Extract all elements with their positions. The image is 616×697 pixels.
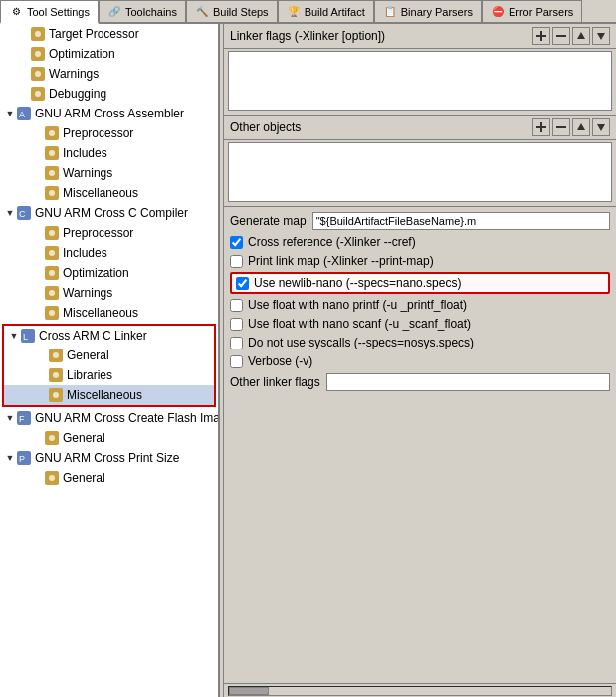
flash-icon: F [16,410,32,426]
tree-item-libraries-linker[interactable]: Libraries [4,365,214,385]
newlib-nano-label[interactable]: Use newlib-nano (--specs=nano.specs) [254,276,461,290]
print-map-checkbox[interactable] [230,255,243,268]
tree-item-target-processor[interactable]: Target Processor [0,24,218,44]
tab-tool-settings[interactable]: ⚙ Tool Settings [0,0,99,24]
tree-expand-arrow[interactable] [8,330,20,342]
other-objects-header: Other objects [224,116,616,140]
other-objects-down-btn[interactable] [592,118,610,136]
linker-flags-add-btn[interactable] [532,27,550,45]
hscroll-track[interactable] [228,686,612,696]
cross-ref-label[interactable]: Cross reference (-Xlinker --cref) [248,235,416,249]
tree-leaf-arrow [32,247,44,259]
tree-item-warnings-c[interactable]: Warnings [0,283,218,303]
tree-item-gnu-arm-print-size[interactable]: P GNU ARM Cross Print Size [0,448,218,468]
svg-text:P: P [19,454,25,464]
tab-toolchains[interactable]: 🔗 Toolchains [99,0,186,22]
linker-flags-section: Linker flags (-Xlinker [option]) [224,24,616,116]
other-objects-content[interactable] [228,142,612,202]
tree-item-includes-asm[interactable]: Includes [0,143,218,163]
tree-item-cross-arm-c-linker[interactable]: L Cross ARM C Linker [4,326,214,346]
other-objects-up-btn[interactable] [572,118,590,136]
svg-point-3 [35,51,41,57]
horizontal-scrollbar[interactable] [224,683,616,697]
tree-leaf-arrow [32,147,44,159]
other-linker-flags-label: Other linker flags [230,375,320,389]
tree-expand-arrow[interactable] [4,108,16,119]
tree-item-miscellaneous-linker[interactable]: Miscellaneous [4,385,214,405]
generate-map-input[interactable] [312,212,610,230]
tree-item-optimization-c[interactable]: Optimization [0,263,218,283]
svg-point-13 [49,150,55,156]
tab-build-steps[interactable]: 🔨 Build Steps [186,0,278,22]
print-map-label[interactable]: Print link map (-Xlinker --print-map) [248,254,434,268]
verbose-checkbox[interactable] [230,355,243,368]
cross-ref-row: Cross reference (-Xlinker --cref) [230,234,610,250]
svg-marker-55 [597,124,605,131]
tree-expand-arrow[interactable] [4,452,16,464]
settings-icon [30,86,46,102]
tree-item-preprocessor-c[interactable]: Preprocessor [0,223,218,243]
svg-point-5 [35,71,41,77]
cross-ref-checkbox[interactable] [230,236,243,249]
other-objects-add-btn[interactable] [532,118,550,136]
tree-item-warnings[interactable]: Warnings [0,64,218,84]
tree-item-gnu-arm-c-compiler[interactable]: C GNU ARM Cross C Compiler [0,203,218,223]
linker-flags-delete-btn[interactable] [552,27,570,45]
tree-item-gnu-arm-flash[interactable]: F GNU ARM Cross Create Flash Image [0,408,218,428]
newlib-nano-checkbox[interactable] [236,277,249,290]
svg-point-29 [49,310,55,316]
tree-item-general-print[interactable]: General [0,468,218,488]
tree-item-gnu-arm-assembler[interactable]: A GNU ARM Cross Assembler [0,104,218,123]
settings-icon [30,26,46,42]
tab-binary-parsers-icon: 📋 [383,5,397,19]
settings-icon [44,285,60,301]
svg-rect-48 [556,35,566,37]
float-printf-checkbox[interactable] [230,299,243,312]
other-objects-delete-btn[interactable] [552,118,570,136]
no-syscalls-checkbox[interactable] [230,337,243,349]
svg-point-1 [35,31,41,37]
tree-leaf-arrow [32,227,44,239]
compiler-icon: C [16,205,32,221]
settings-icon [44,165,60,181]
tree-leaf-arrow [32,307,44,319]
tree-expand-arrow[interactable] [4,412,16,424]
linker-flags-up-btn[interactable] [572,27,590,45]
settings-icon [30,66,46,82]
settings-icon [44,125,60,141]
svg-point-15 [49,170,55,176]
settings-form: Generate map Cross reference (-Xlinker -… [224,207,616,396]
tree-expand-arrow[interactable] [4,207,16,219]
tab-toolchains-icon: 🔗 [107,5,121,19]
float-scanf-checkbox[interactable] [230,318,243,331]
svg-point-7 [35,91,41,97]
tree-item-warnings-asm[interactable]: Warnings [0,163,218,183]
tree-leaf-arrow [18,68,30,80]
verbose-row: Verbose (-v) [230,353,610,369]
hscroll-thumb[interactable] [229,687,269,695]
other-linker-flags-input[interactable] [326,373,610,391]
svg-text:F: F [19,414,25,424]
tab-binary-parsers[interactable]: 📋 Binary Parsers [374,0,482,22]
tree-item-debugging[interactable]: Debugging [0,84,218,104]
svg-point-17 [49,190,55,196]
tab-build-steps-icon: 🔨 [195,5,209,19]
float-printf-label[interactable]: Use float with nano printf (-u _printf_f… [248,298,467,312]
tree-item-preprocessor-asm[interactable]: Preprocessor [0,123,218,143]
tab-error-parsers[interactable]: ⛔ Error Parsers [482,0,582,22]
print-icon: P [16,450,32,466]
tree-item-includes-c[interactable]: Includes [0,243,218,263]
tree-item-optimization[interactable]: Optimization [0,44,218,64]
tree-item-miscellaneous-asm[interactable]: Miscellaneous [0,183,218,203]
float-scanf-label[interactable]: Use float with nano scanf (-u _scanf_flo… [248,317,471,331]
tab-build-artifact[interactable]: 🏆 Build Artifact [278,0,374,22]
linker-flags-down-btn[interactable] [592,27,610,45]
generate-map-label: Generate map [230,214,307,228]
tree-item-general-linker[interactable]: General [4,346,214,365]
linker-flags-content[interactable] [228,51,612,111]
tree-leaf-arrow [32,167,44,179]
tree-item-miscellaneous-c[interactable]: Miscellaneous [0,303,218,323]
verbose-label[interactable]: Verbose (-v) [248,354,312,368]
no-syscalls-label[interactable]: Do not use syscalls (--specs=nosys.specs… [248,336,474,349]
tree-item-general-flash[interactable]: General [0,428,218,448]
